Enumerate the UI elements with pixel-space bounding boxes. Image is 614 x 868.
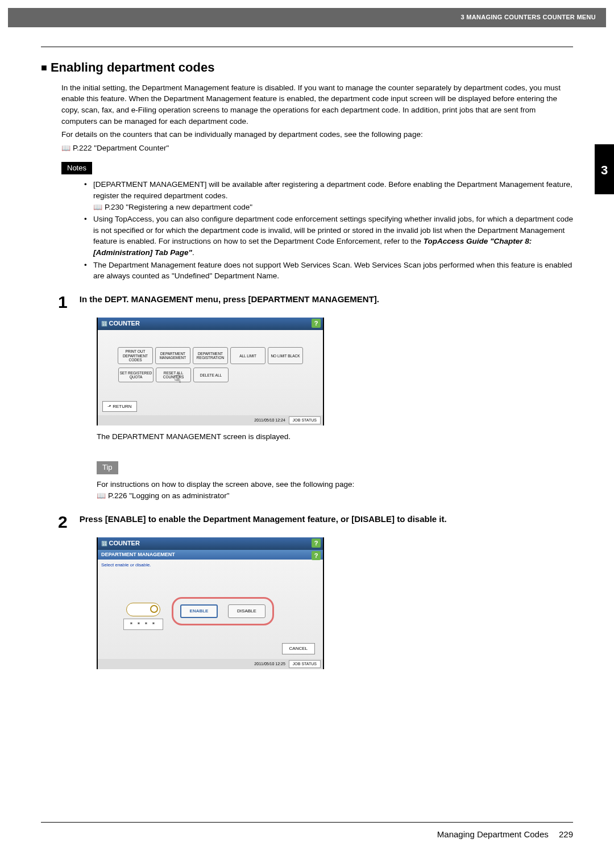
step-2: 2 Press [ENABLE] to enable the Departmen…	[58, 510, 573, 669]
note-item-2: Using TopAccess, you can also configure …	[86, 214, 573, 258]
notes-label: Notes	[61, 162, 92, 175]
footer-rule	[41, 822, 573, 823]
intro-paragraph: In the initial setting, the Department M…	[61, 82, 573, 127]
chapter-number: 3	[601, 163, 608, 177]
sc2-titlebar: 🔢 COUNTER ?	[98, 537, 323, 550]
btn-all-limit[interactable]: ALL LIMIT	[230, 347, 265, 364]
btn-enable[interactable]: ENABLE	[180, 604, 218, 618]
header-bar: 3 MANAGING COUNTERS COUNTER MENU	[8, 8, 606, 27]
sc2-timestamp: 2011/05/10 12:25	[254, 661, 285, 667]
step-1: 1 In the DEPT. MANAGEMENT menu, press [D…	[58, 290, 573, 502]
section-bullet-icon: ■	[41, 62, 47, 73]
btn-cancel[interactable]: CANCEL	[282, 643, 315, 654]
sc1-timestamp: 2011/05/10 12:24	[254, 418, 285, 423]
btn-disable[interactable]: DISABLE	[228, 604, 265, 618]
footer-section-title: Managing Department Codes	[437, 829, 549, 839]
book-icon: 📖	[97, 491, 106, 500]
btn-return[interactable]: ⬏ RETURN	[102, 401, 137, 412]
details-lead: For details on the counters that can be …	[61, 129, 573, 140]
password-mask: ＊＊＊＊	[123, 619, 163, 631]
notes-list: [DEPARTMENT MANAGEMENT] will be availabl…	[86, 179, 573, 281]
section-title: ■Enabling department codes	[41, 59, 573, 77]
header-breadcrumb: 3 MANAGING COUNTERS COUNTER MENU	[460, 14, 596, 20]
step-1-heading: In the DEPT. MANAGEMENT menu, press [DEP…	[80, 290, 569, 306]
ref-admin-logon[interactable]: 📖P.226 "Logging on as administrator"	[97, 490, 573, 502]
btn-dept-registration[interactable]: DEPARTMENT REGISTRATION	[193, 347, 228, 364]
ref-register-code[interactable]: 📖P.230 "Registering a new department cod…	[93, 202, 573, 213]
btn-job-status[interactable]: JOB STATUS	[289, 416, 321, 424]
top-rule	[41, 47, 573, 47]
ref-dept-counter[interactable]: 📖P.222 "Department Counter"	[61, 143, 573, 154]
page-footer: Managing Department Codes 229	[41, 822, 573, 841]
key-icon	[126, 603, 160, 616]
btn-printout-codes[interactable]: PRINT OUT DEPARTMENT CODES	[118, 347, 153, 364]
help-icon[interactable]: ?	[312, 319, 321, 328]
sc1-counter-icon: 🔢	[101, 321, 109, 327]
sc1-titlebar: 🔢 COUNTER ?	[98, 318, 323, 330]
help-icon[interactable]: ?	[312, 551, 321, 560]
help-icon[interactable]: ?	[312, 539, 321, 548]
btn-no-limit-black[interactable]: NO LIMIT BLACK	[268, 347, 303, 364]
sc1-row2: SET REGISTERED QUOTA RESET ALL COUNTERS …	[102, 368, 318, 382]
note-item-3: The Department Management feature does n…	[86, 260, 573, 282]
sc2-footer: 2011/05/10 12:25 JOB STATUS	[98, 659, 323, 669]
btn-set-quota[interactable]: SET REGISTERED QUOTA	[118, 368, 154, 382]
sc1-footer: 2011/05/10 12:24 JOB STATUS	[98, 415, 323, 425]
sc1-row1: PRINT OUT DEPARTMENT CODES DEPARTMENT MA…	[102, 347, 318, 364]
btn-job-status[interactable]: JOB STATUS	[289, 660, 321, 668]
book-icon: 📖	[93, 203, 102, 211]
book-icon: 📖	[61, 144, 70, 152]
step-1-number: 1	[58, 290, 77, 315]
screenshot-enable-disable: 🔢 COUNTER ? DEPARTMENT MANAGEMENT ? Sele…	[97, 537, 324, 669]
btn-delete-all[interactable]: DELETE ALL	[193, 368, 229, 382]
step1-after-text: The DEPARTMENT MANAGEMENT screen is disp…	[97, 431, 573, 443]
tip-label: Tip	[97, 461, 118, 474]
step-2-number: 2	[58, 510, 77, 535]
page-content: ■Enabling department codes In the initia…	[41, 47, 573, 675]
step-2-heading: Press [ENABLE] to enable the Department …	[80, 510, 569, 525]
enable-disable-highlight: ENABLE DISABLE	[172, 597, 274, 625]
tip-text: For instructions on how to display the s…	[97, 479, 573, 490]
screenshot-dept-menu: 🔢 COUNTER ? PRINT OUT DEPARTMENT CODES D…	[97, 318, 324, 425]
sc2-counter-icon: 🔢	[101, 541, 109, 546]
btn-dept-management[interactable]: DEPARTMENT MANAGEMENT	[155, 347, 190, 364]
note-item-1: [DEPARTMENT MANAGEMENT] will be availabl…	[86, 179, 573, 212]
page-number: 229	[559, 829, 573, 839]
chapter-side-tab: 3	[595, 144, 614, 194]
sc2-instruction: Select enable or disable.	[98, 560, 323, 571]
sc2-subtitle: DEPARTMENT MANAGEMENT ?	[98, 550, 323, 560]
